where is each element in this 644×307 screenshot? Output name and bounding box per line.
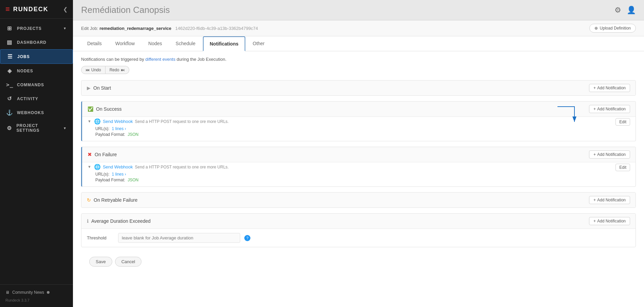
- webhooks-icon: ⚓: [6, 109, 13, 116]
- webhook-details: 🌐 Send Webhook Send a HTTP POST request …: [94, 164, 613, 182]
- plus-icon: +: [593, 107, 596, 111]
- plus-icon: +: [593, 198, 596, 202]
- projects-icon: ⊞: [6, 25, 13, 32]
- redo-button[interactable]: Redo ⏭: [106, 66, 130, 74]
- sidebar-item-label: WEBHOOKS: [17, 110, 44, 115]
- bottom-buttons: Save Cancel: [81, 253, 636, 271]
- sidebar-item-projects[interactable]: ⊞ PROJECTS ▼: [0, 21, 73, 35]
- edit-webhook-on-failure-button[interactable]: Edit: [615, 164, 630, 171]
- on-success-title: ✅ On Success: [88, 106, 121, 112]
- sidebar-nav: ⊞ PROJECTS ▼ ▤ DASHBOARD ☰ JOBS ◈ NODES …: [0, 19, 73, 284]
- urls-value-link[interactable]: 1 lines: [112, 126, 124, 131]
- tab-details[interactable]: Details: [81, 37, 108, 51]
- activity-icon: ↺: [6, 95, 13, 102]
- sidebar-item-label: PROJECT SETTINGS: [16, 123, 59, 133]
- sidebar-toggle-button[interactable]: ❮: [63, 6, 68, 13]
- topbar-actions: ⚙ 👤: [614, 6, 636, 15]
- settings-icon[interactable]: ⚙: [614, 6, 621, 15]
- sidebar-item-nodes[interactable]: ◈ NODES: [0, 64, 73, 78]
- average-duration-header: ℹ Average Duration Exceeded + Add Notifi…: [81, 214, 636, 229]
- sidebar-item-label: COMMANDS: [17, 83, 44, 87]
- plus-icon: +: [593, 219, 596, 223]
- info-icon: ℹ: [87, 218, 89, 224]
- add-notification-avg-duration-button[interactable]: + Add Notification: [589, 217, 630, 225]
- sidebar-item-label: JOBS: [17, 54, 30, 59]
- send-webhook-name[interactable]: Send Webhook: [103, 164, 133, 169]
- redo-icon: ⏭: [121, 68, 125, 72]
- on-failure-title: ✖ On Failure: [88, 151, 117, 158]
- webhook-payload: Payload Format: JSON: [95, 178, 613, 182]
- tab-schedule[interactable]: Schedule: [170, 37, 202, 51]
- plus-icon: +: [593, 152, 596, 157]
- on-failure-webhook-container: ▼ 🌐 Send Webhook Send a HTTP POST reques…: [82, 162, 636, 186]
- on-retryable-failure-header: ↻ On Retryable Failure + Add Notificatio…: [81, 193, 636, 207]
- on-retryable-failure-title: ↻ On Retryable Failure: [87, 197, 137, 203]
- user-icon[interactable]: 👤: [627, 6, 636, 15]
- add-notification-on-success-button[interactable]: + Add Notification: [589, 105, 630, 113]
- threshold-row: Threshold ?: [87, 233, 630, 243]
- different-events-link[interactable]: different events: [145, 57, 175, 62]
- add-notification-on-failure-button[interactable]: + Add Notification: [589, 150, 630, 159]
- commands-icon: >_: [6, 82, 13, 88]
- sidebar-item-commands[interactable]: >_ COMMANDS: [0, 78, 73, 92]
- threshold-input[interactable]: [118, 233, 240, 243]
- add-notification-on-start-button[interactable]: + Add Notification: [589, 84, 630, 92]
- threshold-help-icon[interactable]: ?: [244, 235, 250, 241]
- cancel-button[interactable]: Cancel: [115, 257, 141, 267]
- sidebar-item-label: DASHBOARD: [17, 40, 46, 45]
- tab-workflow[interactable]: Workflow: [109, 37, 141, 51]
- community-news-label: Community News: [12, 290, 44, 295]
- tab-notifications[interactable]: Notifications: [203, 36, 245, 51]
- globe-icon: 🌐: [94, 118, 101, 125]
- add-notification-on-retry-button[interactable]: + Add Notification: [589, 196, 630, 204]
- plus-icon: +: [593, 86, 596, 90]
- undo-redo-bar: ⏮ Undo Redo ⏭: [81, 66, 636, 74]
- tab-other[interactable]: Other: [247, 37, 271, 51]
- payload-value: JSON: [128, 178, 138, 182]
- arrow-icon: ›: [125, 126, 126, 131]
- tabs-bar: Details Workflow Nodes Schedule Notifica…: [73, 36, 644, 51]
- webhook-header: 🌐 Send Webhook Send a HTTP POST request …: [94, 118, 613, 125]
- on-success-header: ✅ On Success + Add Notification: [82, 102, 636, 117]
- sidebar-logo: ≡ RUNDECK ❮: [0, 0, 73, 19]
- expand-icon[interactable]: ▼: [88, 165, 91, 169]
- undo-button[interactable]: ⏮ Undo: [81, 66, 106, 74]
- webhook-row: ▼ 🌐 Send Webhook Send a HTTP POST reques…: [88, 164, 630, 182]
- edit-job-info: Edit Job: remediation_redemarrage_servic…: [81, 26, 258, 31]
- threshold-section: Threshold ?: [81, 229, 636, 247]
- community-news-dot: [47, 291, 50, 294]
- average-duration-section: ℹ Average Duration Exceeded + Add Notifi…: [81, 213, 636, 247]
- sidebar-item-jobs[interactable]: ☰ JOBS: [0, 49, 73, 64]
- content-area: Edit Job: remediation_redemarrage_servic…: [73, 20, 644, 307]
- on-start-header: ▶ On Start + Add Notification: [81, 80, 636, 95]
- version-label: Rundeck 3.3.7: [5, 297, 68, 304]
- on-start-title: ▶ On Start: [87, 85, 111, 91]
- globe-icon: 🌐: [94, 164, 101, 170]
- notifications-info: Notifications can be triggered by differ…: [81, 57, 636, 62]
- app-name: RUNDECK: [13, 6, 49, 13]
- arrow-icon: ›: [125, 172, 126, 177]
- dashboard-icon: ▤: [6, 39, 13, 46]
- community-news-link[interactable]: 🖥 Community News: [5, 288, 68, 297]
- x-icon: ✖: [88, 151, 92, 158]
- upload-definition-button[interactable]: ⊕ Upload Definition: [589, 24, 636, 33]
- jobs-icon: ☰: [6, 53, 13, 60]
- urls-value-link[interactable]: 1 lines: [112, 172, 124, 177]
- monitor-icon: 🖥: [5, 290, 10, 295]
- on-failure-section: ✖ On Failure + Add Notification ▼ 🌐: [81, 147, 636, 187]
- tab-nodes[interactable]: Nodes: [142, 37, 168, 51]
- send-webhook-name[interactable]: Send Webhook: [103, 119, 133, 124]
- save-button[interactable]: Save: [89, 257, 112, 267]
- on-retryable-failure-section: ↻ On Retryable Failure + Add Notificatio…: [81, 192, 636, 208]
- sidebar-item-project-settings[interactable]: ⚙ PROJECT SETTINGS ▼: [0, 120, 73, 137]
- webhook-row: ▼ 🌐 Send Webhook Send a HTTP POST reques…: [88, 118, 630, 137]
- sidebar-item-label: ACTIVITY: [17, 96, 38, 101]
- project-settings-icon: ⚙: [6, 125, 12, 131]
- edit-webhook-on-success-button[interactable]: Edit: [615, 118, 630, 126]
- edit-job-label: Edit Job:: [81, 26, 98, 31]
- expand-icon[interactable]: ▼: [88, 119, 91, 123]
- sidebar-item-webhooks[interactable]: ⚓ WEBHOOKS: [0, 106, 73, 120]
- sidebar-item-activity[interactable]: ↺ ACTIVITY: [0, 92, 73, 106]
- retry-icon: ↻: [87, 197, 91, 203]
- sidebar-item-dashboard[interactable]: ▤ DASHBOARD: [0, 35, 73, 49]
